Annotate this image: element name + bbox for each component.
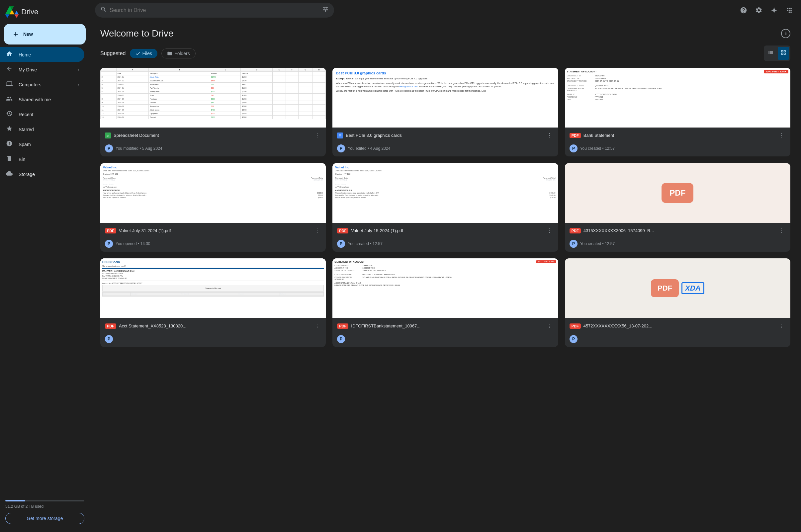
avatar: P <box>105 240 113 248</box>
pdf-icon: PDF <box>337 228 348 233</box>
sidebar-item-shared[interactable]: Shared with me <box>0 92 84 107</box>
svg-text:P: P <box>572 242 575 246</box>
new-button[interactable]: ＋ New <box>4 24 86 44</box>
page-title: Welcome to Drive <box>100 28 173 39</box>
file-menu-button[interactable]: ⋮ <box>778 131 786 140</box>
spam-icon <box>5 140 13 149</box>
grid-view-button[interactable] <box>778 47 789 60</box>
pdf-icon: PDF <box>570 228 581 233</box>
file-menu-button[interactable]: ⋮ <box>313 226 321 235</box>
computers-icon <box>5 80 13 89</box>
article-title: Best PCIe 3.0 graphics cards <box>336 71 555 75</box>
file-meta: P <box>100 334 326 347</box>
info-button[interactable]: ℹ <box>781 29 790 38</box>
svg-rect-0 <box>105 133 111 138</box>
doc-icon <box>337 133 343 138</box>
mydrive-label: My Drive <box>19 67 37 72</box>
avatar: P <box>105 335 113 343</box>
file-card[interactable]: STATEMENT OF ACCOUNT IDFC FIRST BANK CUS… <box>332 258 558 347</box>
pdf-icon: PDF <box>105 228 116 233</box>
gemini-button[interactable] <box>768 4 780 17</box>
file-card[interactable]: Valnet Inc 7405 The Transcanadienne Suit… <box>332 163 558 252</box>
storage-text: 51.2 GB of 2 TB used <box>5 504 84 509</box>
storage-section: 51.2 GB of 2 TB used Get more storage <box>0 495 90 529</box>
file-meta: P <box>332 334 558 347</box>
get-storage-button[interactable]: Get more storage <box>5 513 84 524</box>
svg-text:P: P <box>340 146 342 151</box>
avatar: P <box>337 145 345 152</box>
settings-button[interactable] <box>752 4 765 17</box>
file-meta-text: You modified • 5 Aug 2024 <box>116 146 163 151</box>
help-button[interactable] <box>737 4 750 17</box>
file-meta-text: You created • 12:57 <box>580 242 615 246</box>
file-menu-button[interactable]: ⋮ <box>546 321 554 330</box>
file-card[interactable]: Best PCIe 3.0 graphics cards Excerpt: Yo… <box>332 68 558 156</box>
file-menu-button[interactable]: ⋮ <box>546 226 554 235</box>
svg-text:P: P <box>108 242 110 246</box>
search-filter-icon[interactable] <box>322 6 329 14</box>
storage-label: Storage <box>19 172 35 177</box>
view-toggle <box>764 45 790 61</box>
bin-icon <box>5 155 13 164</box>
file-card[interactable]: PDF PDF 4315XXXXXXXX3006_1574099_R... ⋮ … <box>565 163 790 252</box>
avatar: P <box>570 145 577 152</box>
file-name: Spreadsheet Document <box>114 133 310 138</box>
file-name: Valnet-July-31-2024 (1).pdf <box>119 228 310 233</box>
shared-label: Shared with me <box>19 97 51 102</box>
sidebar-item-bin[interactable]: Bin <box>0 152 84 167</box>
filter-files-button[interactable]: Files <box>130 49 158 58</box>
sidebar-item-storage[interactable]: Storage <box>0 167 84 182</box>
file-meta: P You created • 12:57 <box>565 239 790 252</box>
file-info: Best PCIe 3.0 graphics cards ⋮ <box>332 128 558 143</box>
home-icon <box>5 51 13 59</box>
file-menu-button[interactable]: ⋮ <box>546 131 554 140</box>
file-info: PDF IDFCFIRSTBankstatement_10067... ⋮ <box>332 318 558 334</box>
file-card[interactable]: ABCDEFGH 1DateDescriptionAmountBalance 2… <box>100 68 326 156</box>
mydrive-chevron: › <box>77 67 79 73</box>
file-card[interactable]: HDFC BANK We understand your world MR. P… <box>100 258 326 347</box>
top-bar-actions <box>737 4 796 17</box>
page-title-row: Welcome to Drive ℹ <box>100 28 790 39</box>
avatar: P <box>337 335 345 343</box>
file-menu-button[interactable]: ⋮ <box>313 131 321 140</box>
recent-icon <box>5 110 13 118</box>
avatar: P <box>105 145 113 152</box>
new-icon: ＋ <box>12 29 19 39</box>
avatar: P <box>337 240 345 248</box>
file-meta: P You modified • 5 Aug 2024 <box>100 143 326 156</box>
sidebar-item-recent[interactable]: Recent <box>0 107 84 122</box>
file-name: Best PCIe 3.0 graphics cards <box>346 133 542 138</box>
list-view-button[interactable] <box>765 47 777 60</box>
storage-icon <box>5 170 13 178</box>
file-card[interactable]: Valnet Inc 7405 The Transcanadienne Suit… <box>100 163 326 252</box>
computers-label: Computers <box>19 82 41 87</box>
sidebar-item-mydrive[interactable]: My Drive › <box>0 62 84 77</box>
file-menu-button[interactable]: ⋮ <box>778 226 786 235</box>
sidebar-header: Drive <box>0 3 90 24</box>
pdf-icon: PDF <box>105 323 116 329</box>
sidebar-item-spam[interactable]: Spam <box>0 137 84 152</box>
sidebar-item-home[interactable]: Home <box>0 47 84 62</box>
file-info: PDF 4572XXXXXXXXXX56_13-07-202... ⋮ <box>565 318 790 334</box>
file-thumbnail: STATEMENT OF ACCOUNT IDFC FIRST BANK CUS… <box>332 258 558 318</box>
filter-folders-button[interactable]: Folders <box>161 49 196 58</box>
file-menu-button[interactable]: ⋮ <box>313 321 321 330</box>
file-info: PDF Valnet-July-31-2024 (1).pdf ⋮ <box>100 223 326 239</box>
sidebar-item-starred[interactable]: Starred <box>0 122 84 137</box>
svg-text:P: P <box>340 242 342 246</box>
file-card[interactable]: PDF XDA PDF 4572XXXXXXXXXX56_13-07-202..… <box>565 258 790 347</box>
file-meta-text: You opened • 14:30 <box>116 242 150 246</box>
computers-chevron: › <box>77 82 79 88</box>
home-label: Home <box>19 52 31 57</box>
drive-logo <box>5 5 19 19</box>
sidebar-item-computers[interactable]: Computers › <box>0 77 84 92</box>
file-name: 4315XXXXXXXX3006_1574099_R... <box>584 228 775 233</box>
file-thumbnail: Valnet Inc 7405 The Transcanadienne Suit… <box>332 163 558 223</box>
search-input[interactable] <box>110 7 320 13</box>
file-meta-text: You created • 12:57 <box>580 146 615 151</box>
apps-button[interactable] <box>783 4 796 17</box>
filter-folders-label: Folders <box>174 51 190 56</box>
file-card[interactable]: STATEMENT OF ACCOUNT IDFC FIRST BANK CUS… <box>565 68 790 156</box>
file-menu-button[interactable]: ⋮ <box>778 321 786 330</box>
storage-bar-fill <box>5 500 25 501</box>
